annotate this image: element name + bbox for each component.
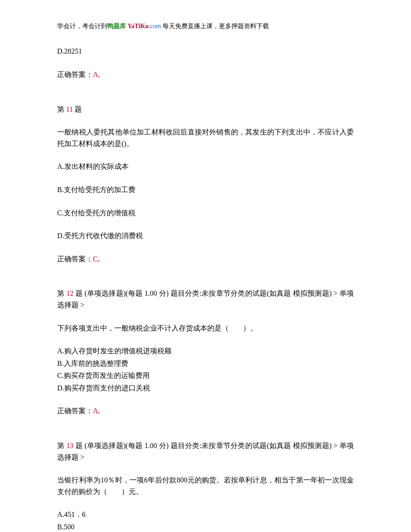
q-number: 12 [66,289,73,297]
option-d: D.28251 [57,46,354,57]
option-text: A.发出材料的实际成本 [57,161,354,172]
stem-text: 当银行利率为10％时，一项6年后付款800元的购货。若按单利计息，相当于第一年初… [57,474,354,497]
option-b: B.500 [57,521,354,532]
spacer [57,276,354,288]
answer-10: 正确答案：A, [57,69,354,80]
question-11-stem: 一般纳税人委托其他单位加工材料收回后直接对外销售的，其发生的下列支出中，不应计入… [57,126,354,149]
document-page: 学会计，考会计到鸭题库 YaTiKu.com 每天免费直播上课，更多押题资料下载… [0,0,411,532]
q-suffix: 题 (单项选择题)(每题 1.00 分) 题目分类:未按章节分类的试题(如真题 … [57,442,354,461]
spacer [57,92,354,104]
q-suffix: 题 (单项选择题)(每题 1.00 分) 题目分类:未按章节分类的试题(如真题 … [57,289,354,309]
answer-11: 正确答案：C, [57,253,354,265]
header-tail: 每天免费直播上课，更多押题资料下载 [161,23,269,29]
stem-text: 下列各项支出中，一般纳税企业不计入存货成本的是（ ）。 [57,323,354,334]
question-13-header: 第 13 题 (单项选择题)(每题 1.00 分) 题目分类:未按章节分类的试题… [57,440,354,463]
answer-label: 正确答案： [57,71,93,78]
answer-label: 正确答案： [57,407,93,415]
q-prefix: 第 [57,105,66,113]
option-c: C.购买存货而发生的运输费用 [57,370,354,381]
q-number: 11 [66,105,73,113]
brand-red: YaTiKu [126,23,149,29]
q-number: 13 [66,442,73,449]
spacer [57,428,354,440]
option-c: C.支付给受托方的增值税 [57,207,354,219]
option-b: B.支付给受托方的加工费 [57,184,354,196]
stem-text: 一般纳税人委托其他单位加工材料收回后直接对外销售的，其发生的下列支出中，不应计入… [57,126,354,149]
question-12-stem: 下列各项支出中，一般纳税企业不计入存货成本的是（ ）。 [57,323,354,334]
brand-green: 鸭题库 [107,23,126,29]
question-13-stem: 当银行利率为10％时，一项6年后付款800元的购货。若按单利计息，相当于第一年初… [57,474,354,497]
q-prefix: 第 [57,289,66,297]
header-prefix: 学会计，考会计到 [57,23,107,29]
answer-12: 正确答案：A, [57,405,354,417]
option-text: D.受托方代收代缴的消费税 [57,230,354,242]
q-suffix: 题 [73,105,82,113]
question-11-header: 第 11 题 [57,104,354,115]
option-d: D.购买存货而支付的进口关税 [57,382,354,394]
brand-suffix: .com [149,23,161,29]
option-a: A.发出材料的实际成本 [57,161,354,172]
answer-value: A, [93,407,100,415]
question-13-options: A.451．6 B.500 C.800 D.480 [57,509,354,532]
option-a: A.购入存货时发生的增值税进项税额 [57,345,354,357]
question-12-header: 第 12 题 (单项选择题)(每题 1.00 分) 题目分类:未按章节分类的试题… [57,288,354,310]
question-12-options: A.购入存货时发生的增值税进项税额 B.入库前的挑选整理费 C.购买存货而发生的… [57,345,354,394]
option-d: D.受托方代收代缴的消费税 [57,230,354,242]
option-text: B.支付给受托方的加工费 [57,184,354,196]
page-header: 学会计，考会计到鸭题库 YaTiKu.com 每天免费直播上课，更多押题资料下载 [57,21,354,31]
answer-value: A, [93,71,100,78]
question-10-remainder: D.28251 [57,46,354,57]
option-b: B.入库前的挑选整理费 [57,358,354,369]
answer-value: C, [93,255,100,263]
option-text: C.支付给受托方的增值税 [57,207,354,219]
answer-label: 正确答案： [57,255,93,263]
q-prefix: 第 [57,442,66,449]
option-a: A.451．6 [57,509,354,520]
